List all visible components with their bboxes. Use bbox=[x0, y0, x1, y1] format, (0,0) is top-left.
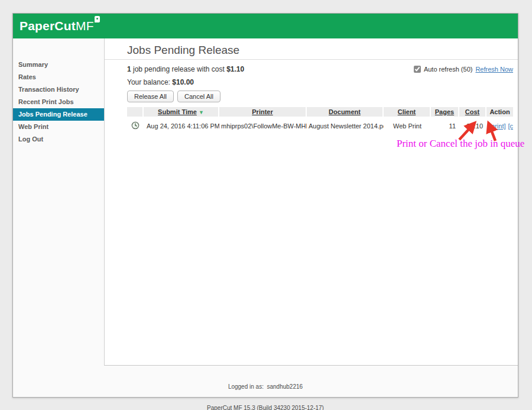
header-pages: Pages bbox=[431, 107, 459, 117]
sidebar-item-recent-print-jobs[interactable]: Recent Print Jobs bbox=[13, 96, 104, 108]
auto-refresh-label: Auto refresh (50) bbox=[424, 66, 473, 73]
auto-refresh-checkbox[interactable] bbox=[414, 66, 421, 73]
papercut-logo: PaperCutMF bbox=[20, 19, 100, 33]
pages-sort-link[interactable]: Pages bbox=[435, 108, 454, 115]
app-window: PaperCutMF Summary Rates Transaction His… bbox=[12, 13, 518, 398]
pending-status-text: 1 job pending release with cost $1.10 bbox=[127, 65, 244, 73]
document-sort-link[interactable]: Document bbox=[329, 108, 361, 115]
balance-text: Your balance: $10.00 bbox=[127, 78, 513, 86]
cost-sort-link[interactable]: Cost bbox=[465, 108, 479, 115]
client-sort-link[interactable]: Client bbox=[398, 108, 416, 115]
footer-version: PaperCut MF 15.3 (Build 34230 2015-12-17… bbox=[13, 405, 518, 410]
logo-text-mf: MF bbox=[76, 19, 94, 33]
refresh-now-link[interactable]: Refresh Now bbox=[475, 66, 513, 73]
printer-sort-link[interactable]: Printer bbox=[252, 108, 273, 115]
app-header: PaperCutMF bbox=[13, 14, 518, 38]
header-submit-time: Submit Time ▼ bbox=[144, 107, 219, 117]
cell-printer: mhiprps02\FollowMe-BW-MHP bbox=[219, 117, 307, 133]
footer-version-rest: 15.3 (Build 34230 2015-12-17) bbox=[242, 405, 324, 410]
sidebar-nav: Summary Rates Transaction History Recent… bbox=[13, 38, 104, 366]
release-all-button[interactable]: Release All bbox=[127, 91, 174, 102]
header-icon-column bbox=[127, 107, 144, 117]
logo-flag-icon bbox=[95, 16, 100, 22]
pending-cost: $1.10 bbox=[226, 65, 244, 73]
body-row: Summary Rates Transaction History Recent… bbox=[13, 38, 518, 366]
pending-clock-icon bbox=[131, 121, 140, 130]
sidebar-item-jobs-pending-release[interactable]: Jobs Pending Release bbox=[13, 108, 104, 121]
sidebar-item-summary[interactable]: Summary bbox=[13, 59, 104, 71]
footer-logged-in: Logged in as: sandhub2216 bbox=[13, 383, 518, 390]
balance-label: Your balance: bbox=[127, 78, 172, 86]
cell-status-icon bbox=[127, 117, 144, 133]
sidebar-item-log-out[interactable]: Log Out bbox=[13, 133, 104, 146]
submit-time-sort-link[interactable]: Submit Time bbox=[158, 108, 197, 115]
auto-refresh-controls: Auto refresh (50) Refresh Now bbox=[414, 66, 513, 73]
cell-document: August Newsletter 2014.pdf bbox=[307, 117, 384, 133]
header-action: Action bbox=[486, 107, 513, 117]
sort-desc-icon: ▼ bbox=[199, 109, 204, 115]
pending-count: 1 bbox=[127, 65, 131, 73]
cell-client: Web Print bbox=[384, 117, 431, 133]
header-document: Document bbox=[307, 107, 384, 117]
papercut-mf-link[interactable]: PaperCut MF bbox=[207, 405, 242, 410]
pending-text: job pending release with cost bbox=[131, 65, 226, 73]
header-printer: Printer bbox=[219, 107, 307, 117]
logo-text-papercut: PaperCut bbox=[20, 19, 76, 33]
sidebar-item-web-print[interactable]: Web Print bbox=[13, 121, 104, 133]
cell-submit-time: Aug 24, 2016 4:11:06 PM bbox=[144, 117, 219, 133]
header-client: Client bbox=[384, 107, 431, 117]
main-panel: Jobs Pending Release 1 job pending relea… bbox=[104, 38, 518, 366]
table-header-row: Submit Time ▼ Printer Document Client Pa… bbox=[127, 107, 513, 117]
page-title: Jobs Pending Release bbox=[105, 38, 518, 60]
cancel-all-button[interactable]: Cancel All bbox=[177, 91, 220, 102]
balance-value: $10.00 bbox=[172, 78, 194, 86]
sidebar-item-transaction-history[interactable]: Transaction History bbox=[13, 83, 104, 96]
annotation-text: Print or Cancel the job in queue bbox=[397, 138, 524, 150]
footer: Logged in as: sandhub2216 PaperCut MF 15… bbox=[13, 366, 518, 398]
header-cost: Cost bbox=[459, 107, 486, 117]
sidebar-item-rates[interactable]: Rates bbox=[13, 71, 104, 83]
